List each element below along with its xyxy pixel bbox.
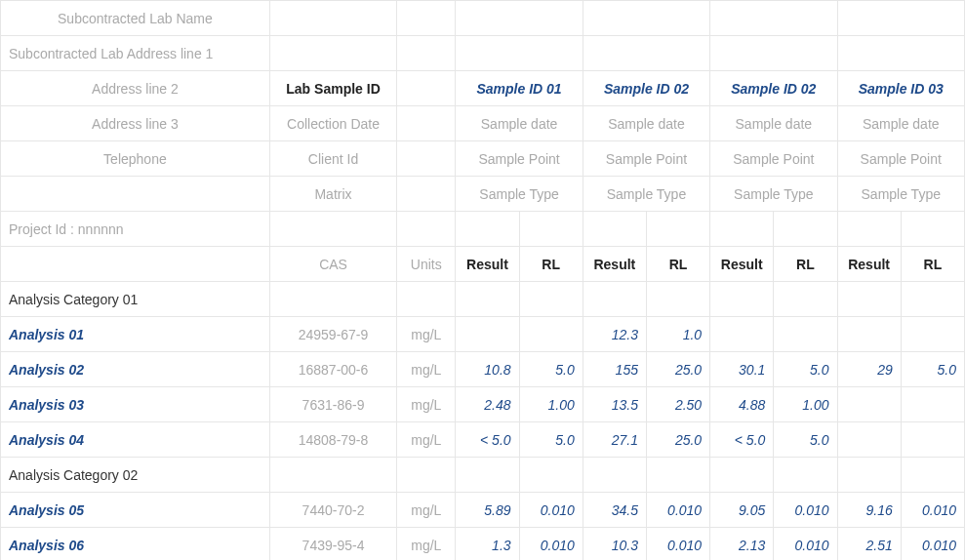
result-cell xyxy=(710,317,774,352)
result-cell: 9.16 xyxy=(837,493,901,528)
row-matrix: Matrix Sample Type Sample Type Sample Ty… xyxy=(1,177,965,212)
sample-date-1: Sample date xyxy=(583,106,709,141)
row-collection-date: Address line 3 Collection Date Sample da… xyxy=(1,106,965,141)
analysis-name: Analysis 01 xyxy=(1,317,270,352)
rl-cell xyxy=(901,387,964,422)
sample-date-3: Sample date xyxy=(837,106,964,141)
result-header-2: Result xyxy=(710,247,774,282)
rl-header-3: RL xyxy=(901,247,964,282)
row-analysis-0-3: Analysis 04 14808-79-8 mg/L < 5.0 5.0 27… xyxy=(1,422,965,458)
result-cell: 155 xyxy=(583,352,646,387)
sample-point-0: Sample Point xyxy=(456,141,583,177)
row-project-id: Project Id : nnnnnn xyxy=(1,212,965,247)
cas-value: 24959-67-9 xyxy=(269,317,396,352)
sample-type-1: Sample Type xyxy=(583,177,709,212)
rl-cell: 5.0 xyxy=(774,352,837,387)
row-analysis-1-0: Analysis 05 7440-70-2 mg/L 5.89 0.010 34… xyxy=(1,493,965,528)
row-sub-lab-name: Subcontracted Lab Name xyxy=(1,1,965,36)
result-cell xyxy=(837,387,901,422)
result-cell xyxy=(456,317,519,352)
rl-cell xyxy=(901,317,964,352)
rl-cell: 1.00 xyxy=(519,387,583,422)
result-cell: 2.48 xyxy=(456,387,519,422)
analysis-name: Analysis 03 xyxy=(1,387,270,422)
rl-cell: 1.0 xyxy=(646,317,709,352)
sample-type-3: Sample Type xyxy=(837,177,964,212)
rl-cell: 0.010 xyxy=(519,528,583,561)
result-cell xyxy=(837,317,901,352)
rl-cell: 2.50 xyxy=(646,387,709,422)
result-cell: 27.1 xyxy=(583,422,646,458)
rl-cell: 1.00 xyxy=(774,387,837,422)
result-cell: 10.3 xyxy=(583,528,646,561)
cas-value: 7439-95-4 xyxy=(269,528,396,561)
result-cell: 4.88 xyxy=(710,387,774,422)
row-client-id: Telephone Client Id Sample Point Sample … xyxy=(1,141,965,177)
analysis-name: Analysis 06 xyxy=(1,528,270,561)
result-cell xyxy=(837,422,901,458)
sub-lab-name: Subcontracted Lab Name xyxy=(1,1,270,36)
rl-cell xyxy=(774,317,837,352)
result-header-1: Result xyxy=(583,247,646,282)
rl-cell: 25.0 xyxy=(646,422,709,458)
cas-header: CAS xyxy=(269,247,396,282)
rl-cell: 0.010 xyxy=(774,528,837,561)
rl-cell: 5.0 xyxy=(519,422,583,458)
row-analysis-0-1: Analysis 02 16887-00-6 mg/L 10.8 5.0 155… xyxy=(1,352,965,387)
sample-id-1: Sample ID 02 xyxy=(583,71,709,106)
rl-cell: 0.010 xyxy=(646,493,709,528)
row-column-headers: CAS Units Result RL Result RL Result RL … xyxy=(1,247,965,282)
units-value: mg/L xyxy=(397,528,456,561)
sample-point-1: Sample Point xyxy=(583,141,709,177)
sample-point-3: Sample Point xyxy=(837,141,964,177)
rl-cell: 25.0 xyxy=(646,352,709,387)
rl-header-0: RL xyxy=(519,247,583,282)
cas-value: 14808-79-8 xyxy=(269,422,396,458)
units-header: Units xyxy=(397,247,456,282)
sample-id-3: Sample ID 03 xyxy=(837,71,964,106)
project-id: Project Id : nnnnnn xyxy=(1,212,270,247)
units-value: mg/L xyxy=(397,317,456,352)
sample-type-2: Sample Type xyxy=(710,177,837,212)
analysis-name: Analysis 04 xyxy=(1,422,270,458)
result-cell: 30.1 xyxy=(710,352,774,387)
rl-cell: 0.010 xyxy=(646,528,709,561)
result-cell: 10.8 xyxy=(456,352,519,387)
rl-cell: 5.0 xyxy=(519,352,583,387)
result-header-3: Result xyxy=(837,247,901,282)
cas-value: 7631-86-9 xyxy=(269,387,396,422)
addr2: Address line 2 xyxy=(1,71,270,106)
rl-header-2: RL xyxy=(774,247,837,282)
units-value: mg/L xyxy=(397,387,456,422)
telephone: Telephone xyxy=(1,141,270,177)
sample-point-2: Sample Point xyxy=(710,141,837,177)
lab-report-table: Subcontracted Lab Name Subcontracted Lab… xyxy=(0,0,965,560)
result-cell: < 5.0 xyxy=(456,422,519,458)
matrix-label: Matrix xyxy=(269,177,396,212)
row-analysis-0-0: Analysis 01 24959-67-9 mg/L 12.3 1.0 xyxy=(1,317,965,352)
result-cell: 1.3 xyxy=(456,528,519,561)
addr3: Address line 3 xyxy=(1,106,270,141)
rl-header-1: RL xyxy=(646,247,709,282)
sample-type-0: Sample Type xyxy=(456,177,583,212)
rl-cell: 5.0 xyxy=(901,352,964,387)
category-1-name: Analysis Category 02 xyxy=(1,458,270,493)
result-header-0: Result xyxy=(456,247,519,282)
sub-lab-addr1: Subcontracted Lab Address line 1 xyxy=(1,36,270,71)
sample-id-0: Sample ID 01 xyxy=(456,71,583,106)
row-analysis-0-2: Analysis 03 7631-86-9 mg/L 2.48 1.00 13.… xyxy=(1,387,965,422)
result-cell: 13.5 xyxy=(583,387,646,422)
collection-date-label: Collection Date xyxy=(269,106,396,141)
result-cell: 5.89 xyxy=(456,493,519,528)
row-sub-lab-addr1: Subcontracted Lab Address line 1 xyxy=(1,36,965,71)
result-cell: 29 xyxy=(837,352,901,387)
category-0-name: Analysis Category 01 xyxy=(1,282,270,317)
rl-cell: 5.0 xyxy=(774,422,837,458)
result-cell: 2.13 xyxy=(710,528,774,561)
rl-cell: 0.010 xyxy=(774,493,837,528)
sample-date-0: Sample date xyxy=(456,106,583,141)
analysis-name: Analysis 05 xyxy=(1,493,270,528)
sample-id-2: Sample ID 02 xyxy=(710,71,837,106)
result-cell: 9.05 xyxy=(710,493,774,528)
row-category-0: Analysis Category 01 xyxy=(1,282,965,317)
